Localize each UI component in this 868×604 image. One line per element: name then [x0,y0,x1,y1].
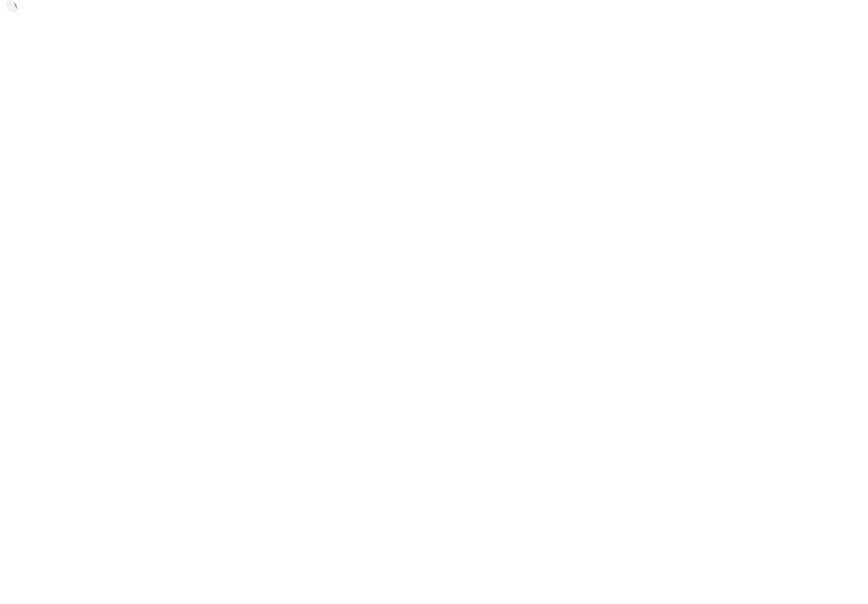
telegram-button[interactable]: Telegram [6,0,17,13]
footer: aaPanel Linux panel ©2014-2025 aaPanel w… [0,0,17,17]
telegram-icon [14,0,17,9]
waf-page: OverviewWebSiteBlockadeBlack/White listR… [0,0,17,17]
